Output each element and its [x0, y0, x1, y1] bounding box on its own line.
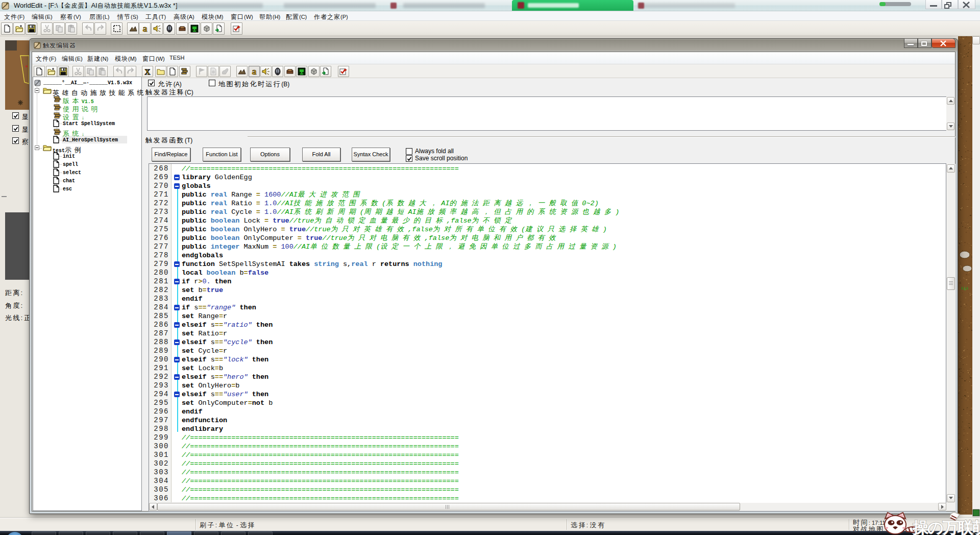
svg-text:X: X [145, 68, 151, 76]
svg-text:操の万联萌: 操の万联萌 [912, 519, 980, 535]
svg-text:a: a [143, 25, 148, 33]
svg-text:a: a [252, 67, 257, 76]
